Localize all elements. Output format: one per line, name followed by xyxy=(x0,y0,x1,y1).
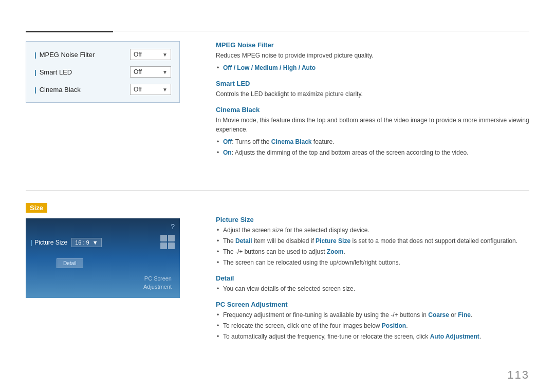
cinema-black-bullet-1: Off: Turns off the Cinema Black feature. xyxy=(223,137,529,146)
cinema-off-suffix: feature. xyxy=(312,138,335,145)
smart-led-description: Controls the LED backlight to maximize p… xyxy=(216,89,529,99)
mpeg-noise-filter-row: MPEG Noise Filter Off ▼ xyxy=(34,49,171,60)
picture-size-title: Picture Size xyxy=(216,216,529,223)
picture-size-bullet-1: Adjust the screen size for the selected … xyxy=(223,226,529,235)
detail-section: Detail You can view details of the selec… xyxy=(216,274,529,293)
smart-led-section: Smart LED Controls the LED backlight to … xyxy=(216,80,529,99)
pc-screen-bullet-3: To automatically adjust the frequency, f… xyxy=(223,332,529,341)
pc-screen-section: PC Screen Adjustment Frequency adjustmen… xyxy=(216,301,529,341)
mpeg-options: Off / Low / Medium / High / Auto xyxy=(216,63,529,72)
picture-size-bullet-3: The -/+ buttons can be used to adjust Zo… xyxy=(223,247,529,256)
picture-size-bullets: Adjust the screen size for the selected … xyxy=(216,226,529,267)
zoom-link: Zoom xyxy=(327,248,344,255)
cinema-black-link: Cinema Black xyxy=(271,138,312,145)
fine-link: Fine xyxy=(458,311,471,319)
grid-cell-4 xyxy=(168,242,175,249)
question-mark-icon: ? xyxy=(171,222,175,231)
smart-led-label: Smart LED xyxy=(34,68,72,76)
cinema-black-description: In Movie mode, this feature dims the top… xyxy=(216,116,529,134)
pc-screen-bullet-2: To relocate the screen, click one of the… xyxy=(223,321,529,330)
grid-cell-1 xyxy=(160,235,167,241)
smart-led-title: Smart LED xyxy=(216,80,529,87)
cinema-black-section: Cinema Black In Movie mode, this feature… xyxy=(216,106,529,157)
right-panel-bottom: Picture Size Adjust the screen size for … xyxy=(216,216,529,348)
size-label: Size xyxy=(26,203,47,213)
cinema-black-row: Cinema Black Off ▼ xyxy=(34,84,171,95)
grid-layout-icon xyxy=(160,235,175,249)
picture-size-link: Picture Size xyxy=(316,237,350,245)
mpeg-options-text: Off / Low / Medium / High / Auto xyxy=(223,64,316,71)
pc-screen-bullets: Frequency adjustment or fine-tuning is a… xyxy=(216,310,529,341)
cinema-off-link: Off xyxy=(223,138,232,145)
mpeg-description: Reduces MPEG noise to provide improved p… xyxy=(216,51,529,60)
cinema-black-title: Cinema Black xyxy=(216,106,529,114)
smart-led-row: Smart LED Off ▼ xyxy=(34,66,171,78)
pc-screen-title: PC Screen Adjustment xyxy=(216,301,529,308)
cinema-on-text: : Adjusts the dimming of the top and bot… xyxy=(232,149,469,156)
mpeg-title: MPEG Noise Filter xyxy=(216,41,529,49)
mpeg-select[interactable]: Off ▼ xyxy=(130,49,171,60)
cinema-black-label: Cinema Black xyxy=(34,86,81,94)
page-number: 113 xyxy=(507,368,529,382)
cinema-black-select[interactable]: Off ▼ xyxy=(130,84,171,95)
smart-led-dropdown-arrow: ▼ xyxy=(162,69,168,75)
picture-size-section: Picture Size Adjust the screen size for … xyxy=(216,216,529,267)
cinema-black-bullet-2: On: Adjusts the dimming of the top and b… xyxy=(223,148,529,157)
auto-adjustment-link: Auto Adjustment xyxy=(430,333,479,340)
mpeg-option-item: Off / Low / Medium / High / Auto xyxy=(223,63,529,72)
mpeg-label: MPEG Noise Filter xyxy=(34,51,95,59)
grid-cell-3 xyxy=(160,242,167,249)
mpeg-dropdown-arrow: ▼ xyxy=(162,52,168,58)
mid-rule xyxy=(26,190,529,191)
picture-size-label: Picture Size xyxy=(31,239,67,246)
detail-bullet-1: You can view details of the selected scr… xyxy=(223,284,529,293)
pc-screen-label: PC Screen Adjustment xyxy=(143,275,172,291)
position-link: Position xyxy=(382,322,406,329)
picture-size-row: Picture Size 16 : 9 ▼ xyxy=(31,238,102,247)
cinema-black-dropdown-arrow: ▼ xyxy=(162,87,168,92)
ui-panel-top: MPEG Noise Filter Off ▼ Smart LED Off ▼ … xyxy=(26,41,180,103)
right-panel-top: MPEG Noise Filter Reduces MPEG noise to … xyxy=(216,41,529,164)
cinema-on-link: On xyxy=(223,149,232,156)
detail-link: Detail xyxy=(235,237,252,245)
coarse-link: Coarse xyxy=(428,311,449,319)
pc-screen-line1: PC Screen xyxy=(144,275,172,282)
ui-panel-bottom: ? Picture Size 16 : 9 ▼ Detail PC Screen… xyxy=(26,218,180,298)
picture-size-select[interactable]: 16 : 9 ▼ xyxy=(71,238,101,247)
detail-button[interactable]: Detail xyxy=(57,258,83,268)
cinema-off-text: : Turns off the xyxy=(232,138,271,145)
detail-title: Detail xyxy=(216,274,529,282)
cinema-black-bullets: Off: Turns off the Cinema Black feature.… xyxy=(216,137,529,157)
top-rule-dark xyxy=(26,31,113,32)
mpeg-section: MPEG Noise Filter Reduces MPEG noise to … xyxy=(216,41,529,72)
detail-bullets: You can view details of the selected scr… xyxy=(216,284,529,293)
pc-screen-line2: Adjustment xyxy=(143,284,172,290)
smart-led-select[interactable]: Off ▼ xyxy=(130,66,171,78)
grid-cell-2 xyxy=(168,235,175,241)
picture-size-arrow: ▼ xyxy=(92,239,98,246)
pc-screen-bullet-1: Frequency adjustment or fine-tuning is a… xyxy=(223,310,529,320)
picture-size-value: 16 : 9 xyxy=(75,239,89,246)
picture-size-bullet-4: The screen can be relocated using the up… xyxy=(223,258,529,267)
picture-size-bullet-2: The Detail item will be disabled if Pict… xyxy=(223,236,529,246)
bottom-ui-bg: ? Picture Size 16 : 9 ▼ Detail PC Screen… xyxy=(26,218,180,298)
